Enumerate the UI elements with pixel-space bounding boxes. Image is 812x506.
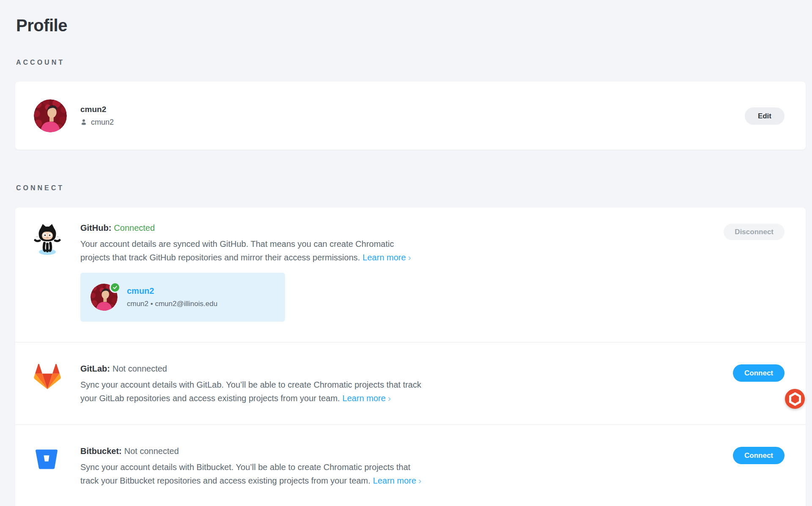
provider-row-bitbucket: Bitbucket:Not connected Sync your accoun… — [15, 424, 806, 506]
bitbucket-connect-button[interactable]: Connect — [733, 447, 785, 464]
connect-card: GitHub:Connected Your account details ar… — [15, 208, 806, 506]
page-title: Profile — [16, 16, 812, 35]
connected-account-info: cmun2 cmun2 • cmun2@illinois.edu — [127, 286, 217, 308]
user-avatar — [34, 99, 67, 132]
github-learn-more-label: Learn more — [362, 253, 406, 262]
provider-row-gitlab: GitLab:Not connected Sync your account d… — [15, 342, 806, 424]
connected-account-name-link[interactable]: cmun2 — [127, 286, 154, 296]
github-heading: GitHub:Connected — [80, 223, 724, 233]
github-name: GitHub: — [80, 223, 111, 232]
bitbucket-name: Bitbucket: — [80, 446, 122, 456]
connected-avatar-wrap — [91, 284, 118, 311]
gitlab-action: Connect — [733, 364, 785, 382]
account-section-label: ACCOUNT — [16, 59, 812, 66]
gitlab-description-line1: Sync your account details with GitLab. Y… — [80, 378, 733, 391]
chevron-right-icon: › — [408, 252, 411, 262]
account-card: cmun2 cmun2 Edit — [15, 82, 806, 150]
chevron-right-icon: › — [388, 393, 391, 403]
bitbucket-icon — [34, 446, 61, 473]
github-connected-account-card: cmun2 cmun2 • cmun2@illinois.edu — [80, 273, 285, 322]
github-learn-more-link[interactable]: Learn more› — [362, 253, 411, 262]
gitlab-description: Sync your account details with GitLab. Y… — [80, 378, 733, 405]
gitlab-tanuki-icon — [34, 364, 61, 392]
github-description-line2: projects that track GitHub repositories … — [80, 253, 360, 262]
edit-button[interactable]: Edit — [745, 107, 785, 125]
bitbucket-status: Not connected — [124, 446, 179, 456]
github-description: Your account details are synced with Git… — [80, 238, 724, 264]
chevron-right-icon: › — [418, 476, 421, 485]
gitlab-status: Not connected — [112, 364, 167, 373]
github-body: GitHub:Connected Your account details ar… — [80, 223, 724, 322]
github-description-line1: Your account details are synced with Git… — [80, 238, 724, 251]
github-action: Disconnect — [724, 223, 785, 240]
gitlab-connect-button[interactable]: Connect — [733, 364, 785, 382]
account-display-name: cmun2 — [80, 105, 114, 114]
extension-badge-button[interactable] — [785, 389, 805, 409]
github-octocat-icon — [34, 223, 61, 257]
account-info: cmun2 cmun2 — [80, 105, 114, 127]
bitbucket-description-line2: track your Bitbucket repositories and ac… — [80, 476, 370, 485]
connected-account-meta: cmun2 • cmun2@illinois.edu — [127, 300, 217, 308]
github-description-line2-wrap: projects that track GitHub repositories … — [80, 251, 724, 264]
gitlab-description-line2-wrap: your GitLab repositories and access exis… — [80, 391, 733, 405]
openai-logo-icon — [787, 391, 804, 408]
avatar-image — [34, 99, 67, 132]
connect-section-label: CONNECT — [16, 184, 812, 192]
gitlab-name: GitLab: — [80, 364, 110, 373]
gitlab-body: GitLab:Not connected Sync your account d… — [80, 364, 733, 405]
github-status: Connected — [114, 223, 155, 232]
bitbucket-description: Sync your account details with Bitbucket… — [80, 461, 733, 487]
bitbucket-heading: Bitbucket:Not connected — [80, 446, 733, 457]
gitlab-learn-more-link[interactable]: Learn more› — [343, 394, 391, 403]
bitbucket-action: Connect — [733, 446, 785, 464]
bitbucket-description-line1: Sync your account details with Bitbucket… — [80, 461, 733, 474]
gitlab-description-line2: your GitLab repositories and access exis… — [80, 394, 340, 403]
account-username: cmun2 — [91, 118, 114, 127]
gitlab-learn-more-label: Learn more — [343, 394, 386, 403]
account-actions: Edit — [745, 107, 785, 125]
bitbucket-learn-more-link[interactable]: Learn more› — [373, 476, 421, 485]
person-icon — [80, 119, 87, 126]
provider-row-github: GitHub:Connected Your account details ar… — [15, 208, 806, 342]
bitbucket-description-line2-wrap: track your Bitbucket repositories and ac… — [80, 474, 733, 487]
bitbucket-body: Bitbucket:Not connected Sync your accoun… — [80, 446, 733, 487]
connected-check-icon — [110, 282, 121, 293]
gitlab-heading: GitLab:Not connected — [80, 364, 733, 374]
github-disconnect-button[interactable]: Disconnect — [724, 224, 785, 240]
bitbucket-learn-more-label: Learn more — [373, 476, 416, 485]
